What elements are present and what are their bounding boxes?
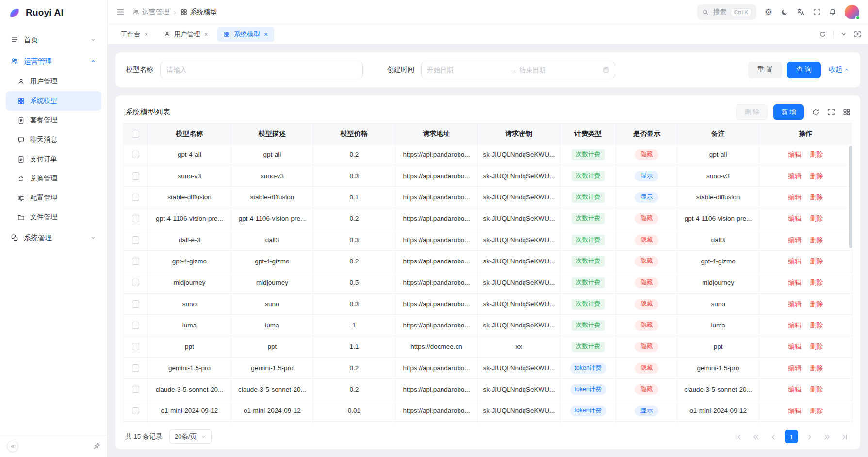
delete-link[interactable]: 删除 — [810, 364, 823, 372]
edit-link[interactable]: 编辑 — [788, 364, 801, 372]
add-button[interactable]: 新 增 — [773, 104, 804, 120]
delete-link[interactable]: 删除 — [810, 236, 823, 244]
batch-delete-button[interactable]: 删 除 — [736, 104, 768, 120]
sidebar-item-payment-orders[interactable]: 支付订单 — [6, 149, 101, 169]
breadcrumb-item-operations[interactable]: 运营管理 — [132, 8, 169, 16]
refresh-icon[interactable] — [819, 31, 826, 38]
delete-link[interactable]: 删除 — [810, 300, 823, 308]
sidebar-item-package-management[interactable]: 套餐管理 — [6, 111, 101, 130]
table-scrollbar[interactable] — [849, 146, 852, 248]
row-checkbox[interactable] — [132, 236, 139, 244]
content-fullscreen-icon[interactable] — [854, 31, 861, 38]
edit-link[interactable]: 编辑 — [788, 236, 801, 244]
previous-page-icon[interactable] — [767, 430, 780, 443]
tab-close-icon[interactable]: × — [145, 31, 148, 38]
next-page-icon[interactable] — [803, 430, 816, 443]
global-search[interactable]: 搜索 Ctrl K — [697, 4, 756, 20]
row-checkbox[interactable] — [132, 279, 139, 286]
sidebar-collapse-button[interactable]: « — [7, 441, 18, 452]
row-checkbox[interactable] — [132, 300, 139, 308]
table-row: gpt-4-1106-vision-pre... gpt-4-1106-visi… — [124, 208, 852, 229]
jump-back-icon[interactable] — [750, 430, 762, 443]
date-range-picker[interactable]: → — [421, 62, 615, 78]
billing-tag: 次数计费 — [572, 171, 605, 181]
delete-link[interactable]: 删除 — [810, 343, 823, 350]
refresh-icon[interactable] — [812, 108, 819, 116]
tab-close-icon[interactable]: × — [204, 31, 208, 38]
sidebar-item-config-management[interactable]: 配置管理 — [6, 188, 101, 208]
row-checkbox[interactable] — [132, 322, 139, 329]
edit-link[interactable]: 编辑 — [788, 172, 801, 180]
sidebar-item-file-management[interactable]: 文件管理 — [6, 208, 101, 227]
sidebar-item-system-model[interactable]: 系统模型 — [6, 91, 101, 111]
delete-link[interactable]: 删除 — [810, 151, 823, 158]
model-name-input[interactable] — [160, 62, 363, 78]
sidebar-item-exchange-management[interactable]: 兑换管理 — [6, 169, 101, 188]
edit-link[interactable]: 编辑 — [788, 194, 801, 201]
notifications-bell-icon[interactable] — [829, 8, 836, 16]
settings-gear-icon[interactable]: ⚙ — [765, 8, 772, 16]
logo[interactable]: Ruoyi AI — [0, 0, 107, 25]
fullscreen-icon[interactable] — [813, 8, 820, 16]
reset-button[interactable]: 重 置 — [748, 62, 782, 78]
sidebar-item-home[interactable]: 首页 — [6, 29, 101, 50]
edit-link[interactable]: 编辑 — [788, 258, 801, 265]
tab-close-icon[interactable]: × — [264, 31, 268, 38]
delete-link[interactable]: 删除 — [810, 172, 823, 180]
edit-link[interactable]: 编辑 — [788, 386, 801, 393]
tab-system-model[interactable]: 系统模型 × — [217, 27, 274, 42]
edit-link[interactable]: 编辑 — [788, 407, 801, 414]
tab-user-management[interactable]: 用户管理 × — [158, 27, 214, 42]
delete-link[interactable]: 删除 — [810, 194, 823, 201]
sidebar-item-system-management[interactable]: 系统管理 — [6, 227, 101, 248]
current-page-button[interactable]: 1 — [785, 430, 798, 443]
row-checkbox[interactable] — [132, 172, 139, 180]
edit-link[interactable]: 编辑 — [788, 151, 801, 158]
first-page-icon[interactable] — [732, 430, 745, 443]
breadcrumb-item-system-model[interactable]: 系统模型 — [180, 8, 217, 16]
delete-link[interactable]: 删除 — [810, 279, 823, 286]
sidebar-item-label: 运营管理 — [24, 57, 52, 66]
cell-key: sk-JIUQLNndqSeKWU... — [477, 251, 560, 272]
start-date-input[interactable] — [427, 66, 508, 74]
translate-icon[interactable] — [797, 8, 805, 16]
delete-link[interactable]: 删除 — [810, 386, 823, 393]
sidebar-item-operations[interactable]: 运营管理 — [6, 50, 101, 72]
select-all-checkbox[interactable] — [132, 131, 139, 138]
row-checkbox[interactable] — [132, 258, 139, 265]
row-checkbox[interactable] — [132, 194, 139, 201]
sidebar-item-chat-messages[interactable]: 聊天消息 — [6, 130, 101, 149]
sidebar-item-user-management[interactable]: 用户管理 — [6, 72, 101, 91]
delete-link[interactable]: 删除 — [810, 407, 823, 414]
cell-price: 0.3 — [313, 294, 395, 315]
row-checkbox[interactable] — [132, 364, 139, 372]
query-button[interactable]: 查 询 — [787, 62, 821, 78]
user-avatar[interactable] — [845, 5, 859, 19]
edit-link[interactable]: 编辑 — [788, 343, 801, 350]
edit-link[interactable]: 编辑 — [788, 215, 801, 222]
row-checkbox[interactable] — [132, 215, 139, 222]
edit-link[interactable]: 编辑 — [788, 322, 801, 329]
jump-forward-icon[interactable] — [820, 430, 833, 443]
tab-workbench[interactable]: 工作台 × — [115, 27, 155, 42]
dark-mode-moon-icon[interactable] — [781, 8, 788, 16]
collapse-filter-link[interactable]: 收起 — [829, 65, 850, 74]
page-size-select[interactable]: 20条/页 — [169, 429, 212, 444]
sidebar-toggle-icon[interactable] — [116, 8, 125, 16]
edit-link[interactable]: 编辑 — [788, 279, 801, 286]
row-checkbox[interactable] — [132, 343, 139, 350]
edit-link[interactable]: 编辑 — [788, 300, 801, 308]
delete-link[interactable]: 删除 — [810, 215, 823, 222]
row-checkbox[interactable] — [132, 386, 139, 393]
end-date-input[interactable] — [520, 66, 600, 74]
chevron-down-icon[interactable] — [840, 31, 847, 38]
last-page-icon[interactable] — [838, 430, 851, 443]
delete-link[interactable]: 删除 — [810, 322, 823, 329]
table-row: gpt-4-gizmo gpt-4-gizmo 0.2 https://api.… — [124, 251, 852, 272]
column-settings-icon[interactable] — [843, 108, 851, 116]
delete-link[interactable]: 删除 — [810, 258, 823, 265]
pin-icon[interactable] — [93, 442, 100, 450]
row-checkbox[interactable] — [132, 151, 139, 158]
expand-icon[interactable] — [827, 108, 835, 116]
row-checkbox[interactable] — [132, 407, 139, 414]
